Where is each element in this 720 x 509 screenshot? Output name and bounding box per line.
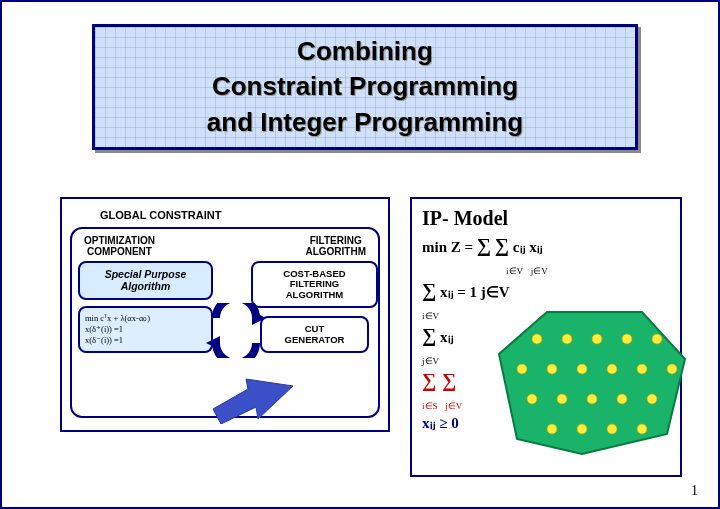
- slide-container: Combining Constraint Programming and Int…: [0, 0, 720, 509]
- global-constraint-label: GLOBAL CONSTRAINT: [100, 209, 380, 221]
- constraint-1: ∑ xᵢⱼ = 1 j∈V i∈V: [422, 279, 670, 321]
- math-line-2: x(δ⁺(i)) =1: [85, 324, 206, 335]
- ip-model-panel: IP- Model min Z = ∑ ∑ cᵢⱼ xᵢⱼ i∈V j∈V ∑ …: [410, 197, 682, 477]
- title-line-3: and Integer Programming: [207, 105, 523, 140]
- big-arrow-icon: [213, 374, 293, 424]
- cut-generator-box: CUT GENERATOR: [260, 316, 370, 353]
- filtering-label: FILTERING ALGORITHM: [305, 235, 366, 257]
- math-line-1: min cᵀx + λ(αx-α₀): [85, 313, 206, 324]
- title-box: Combining Constraint Programming and Int…: [92, 24, 638, 150]
- constraint-3: ∑ ∑ i∈S j∈V: [422, 369, 670, 411]
- special-purpose-box: Special Purpose Algorithm: [78, 261, 213, 300]
- global-constraint-panel: GLOBAL CONSTRAINT OPTIMIZATION COMPONENT…: [60, 197, 390, 432]
- bound-line: xᵢⱼ ≥ 0: [422, 414, 670, 432]
- title-line-1: Combining: [297, 34, 433, 69]
- top-labels-row: OPTIMIZATION COMPONENT FILTERING ALGORIT…: [78, 235, 372, 261]
- inner-row: Special Purpose Algorithm min cᵀx + λ(αx…: [78, 261, 372, 353]
- constraint-2: ∑ xᵢⱼ j∈V: [422, 324, 670, 366]
- math-box: min cᵀx + λ(αx-α₀) x(δ⁺(i)) =1 x(δ⁻(i)) …: [78, 306, 213, 353]
- cost-based-box: COST-BASED FILTERING ALGORITHM: [251, 261, 378, 308]
- global-constraint-box: OPTIMIZATION COMPONENT FILTERING ALGORIT…: [70, 227, 380, 418]
- objective-line: min Z = ∑ ∑ cᵢⱼ xᵢⱼ i∈V j∈V: [422, 234, 670, 276]
- math-line-3: x(δ⁻(i)) =1: [85, 335, 206, 346]
- left-stack: Special Purpose Algorithm min cᵀx + λ(αx…: [78, 261, 213, 353]
- ip-model-title: IP- Model: [422, 207, 670, 230]
- optimization-label: OPTIMIZATION COMPONENT: [84, 235, 155, 257]
- right-stack: COST-BASED FILTERING ALGORITHM CUT GENER…: [257, 261, 372, 353]
- page-number: 1: [691, 483, 698, 499]
- title-line-2: Constraint Programming: [212, 69, 518, 104]
- svg-marker-2: [213, 379, 293, 424]
